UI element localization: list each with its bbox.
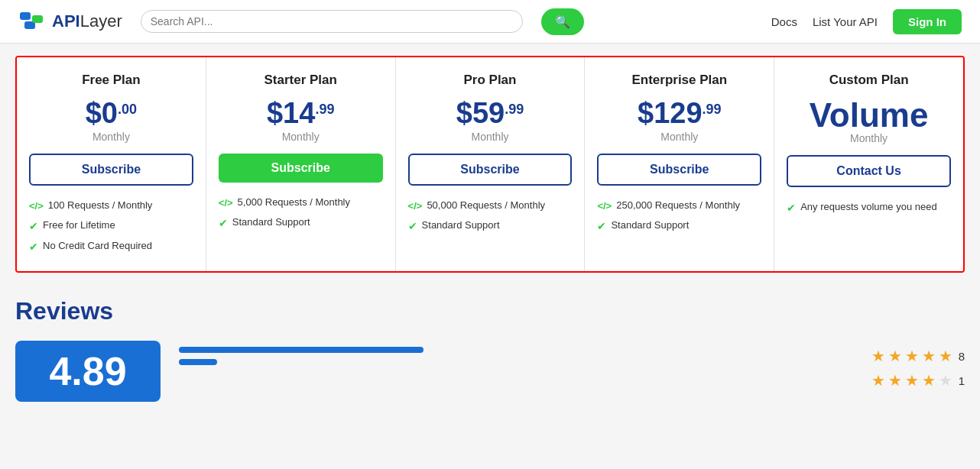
star-filled: ★ bbox=[905, 347, 919, 365]
plan-features-3: </>250,000 Requests / Monthly✔Standard S… bbox=[597, 199, 761, 232]
plan-name-0: Free Plan bbox=[82, 73, 141, 88]
plan-features-0: </>100 Requests / Monthly✔Free for Lifet… bbox=[29, 199, 193, 253]
plan-name-1: Starter Plan bbox=[264, 73, 336, 88]
bar-full-1 bbox=[179, 347, 423, 353]
header: APILayer 🔍 Docs List Your API Sign In bbox=[0, 0, 980, 44]
logo-text: APILayer bbox=[52, 11, 122, 31]
price-whole-3: $129 bbox=[638, 99, 703, 128]
search-bar bbox=[141, 10, 523, 33]
feature-text-3-0: 250,000 Requests / Monthly bbox=[616, 199, 740, 211]
plan-name-3: Enterprise Plan bbox=[631, 73, 727, 88]
logo-icon bbox=[18, 8, 46, 35]
feature-text-0-2: No Credit Card Required bbox=[43, 240, 152, 251]
feature-item-1-0: </>5,000 Requests / Monthly bbox=[219, 196, 383, 209]
feature-item-0-1: ✔Free for Lifetime bbox=[29, 219, 193, 232]
subscribe-button-4[interactable]: Contact Us bbox=[787, 155, 951, 187]
reviews-stars: ★★★★★8★★★★★1 bbox=[871, 341, 965, 390]
pricing-section: Free Plan$0.00MonthlySubscribe</>100 Req… bbox=[0, 44, 980, 273]
bar-row-2 bbox=[179, 359, 853, 365]
price-whole-1: $14 bbox=[267, 99, 315, 128]
check-icon: ✔ bbox=[787, 202, 796, 214]
logo[interactable]: APILayer bbox=[18, 8, 122, 35]
subscribe-button-1[interactable]: Subscribe bbox=[219, 154, 383, 183]
search-button[interactable]: 🔍 bbox=[541, 8, 584, 35]
plan-name-4: Custom Plan bbox=[829, 73, 909, 88]
plan-period-0: Monthly bbox=[92, 131, 130, 143]
plan-features-2: </>50,000 Requests / Monthly✔Standard Su… bbox=[408, 199, 573, 232]
check-icon: ✔ bbox=[29, 220, 38, 232]
nav-links: Docs List Your API Sign In bbox=[771, 9, 962, 34]
price-whole-2: $59 bbox=[456, 99, 505, 128]
reviews-content: 4.89 ★★★★★8★★★★★1 bbox=[15, 341, 965, 402]
feature-text-0-1: Free for Lifetime bbox=[43, 219, 115, 231]
plan-period-3: Monthly bbox=[660, 131, 698, 143]
code-icon: </> bbox=[408, 200, 423, 212]
plan-price-3: $129.99 bbox=[638, 99, 722, 128]
plan-price-2: $59.99 bbox=[456, 99, 524, 128]
plan-card-4: Custom PlanVolumeMonthlyContact Us✔Any r… bbox=[774, 57, 963, 271]
star-filled: ★ bbox=[871, 347, 885, 365]
plan-period-2: Monthly bbox=[471, 131, 508, 143]
feature-item-4-0: ✔Any requests volume you need bbox=[787, 201, 951, 214]
feature-text-1-1: Standard Support bbox=[232, 216, 310, 228]
feature-text-2-1: Standard Support bbox=[422, 219, 500, 231]
plan-price-0: $0.00 bbox=[86, 99, 137, 128]
subscribe-button-2[interactable]: Subscribe bbox=[408, 154, 573, 186]
plan-name-2: Pro Plan bbox=[464, 73, 517, 88]
plan-card-1: Starter Plan$14.99MonthlySubscribe</>5,0… bbox=[206, 57, 396, 271]
reviews-section: Reviews 4.89 ★★★★★8★★★★★1 bbox=[0, 273, 980, 402]
star-row-0: ★★★★★8 bbox=[871, 347, 965, 365]
feature-item-2-0: </>50,000 Requests / Monthly bbox=[408, 199, 573, 212]
price-cents-2: .99 bbox=[505, 102, 524, 118]
code-icon: </> bbox=[597, 200, 612, 212]
feature-text-2-0: 50,000 Requests / Monthly bbox=[427, 199, 545, 211]
plan-price-1: $14.99 bbox=[267, 99, 334, 128]
reviews-score: 4.89 bbox=[49, 348, 126, 394]
docs-link[interactable]: Docs bbox=[771, 15, 797, 28]
plan-card-0: Free Plan$0.00MonthlySubscribe</>100 Req… bbox=[17, 57, 206, 271]
feature-text-3-1: Standard Support bbox=[611, 219, 689, 231]
code-icon: </> bbox=[29, 200, 44, 212]
star-filled: ★ bbox=[939, 347, 952, 365]
plan-period-4: Monthly bbox=[850, 132, 888, 144]
plan-features-1: </>5,000 Requests / Monthly✔Standard Sup… bbox=[219, 196, 383, 229]
feature-item-3-0: </>250,000 Requests / Monthly bbox=[597, 199, 761, 212]
star-filled: ★ bbox=[922, 371, 936, 390]
star-empty: ★ bbox=[939, 371, 952, 390]
bar-partial-2 bbox=[179, 359, 217, 365]
svg-rect-0 bbox=[20, 12, 31, 20]
bar-row-1 bbox=[179, 347, 853, 353]
feature-item-1-1: ✔Standard Support bbox=[219, 216, 383, 229]
sign-in-button[interactable]: Sign In bbox=[893, 9, 962, 34]
feature-text-0-0: 100 Requests / Monthly bbox=[48, 199, 153, 211]
star-filled: ★ bbox=[888, 371, 902, 390]
feature-item-2-1: ✔Standard Support bbox=[408, 219, 573, 232]
pricing-cards: Free Plan$0.00MonthlySubscribe</>100 Req… bbox=[15, 56, 965, 273]
list-api-link[interactable]: List Your API bbox=[813, 15, 878, 28]
check-icon: ✔ bbox=[408, 220, 417, 232]
feature-item-0-0: </>100 Requests / Monthly bbox=[29, 199, 193, 212]
plan-period-1: Monthly bbox=[282, 131, 320, 143]
subscribe-button-3[interactable]: Subscribe bbox=[597, 154, 761, 186]
plan-features-4: ✔Any requests volume you need bbox=[787, 201, 951, 214]
reviews-bars bbox=[179, 341, 853, 365]
star-filled: ★ bbox=[905, 371, 919, 390]
price-cents-1: .99 bbox=[315, 102, 334, 118]
price-cents-0: .00 bbox=[118, 102, 137, 118]
search-input[interactable] bbox=[151, 15, 513, 27]
feature-text-1-0: 5,000 Requests / Monthly bbox=[238, 196, 350, 208]
review-count-1: 1 bbox=[959, 374, 965, 387]
code-icon: </> bbox=[219, 197, 233, 209]
check-icon: ✔ bbox=[597, 220, 606, 232]
star-filled: ★ bbox=[922, 347, 936, 365]
reviews-title: Reviews bbox=[15, 297, 965, 325]
plan-card-3: Enterprise Plan$129.99MonthlySubscribe</… bbox=[585, 57, 774, 271]
price-whole-0: $0 bbox=[86, 99, 118, 128]
plan-card-2: Pro Plan$59.99MonthlySubscribe</>50,000 … bbox=[396, 57, 586, 271]
plan-price-4: Volume bbox=[810, 99, 929, 132]
reviews-score-box: 4.89 bbox=[15, 341, 161, 402]
star-row-1: ★★★★★1 bbox=[871, 371, 965, 390]
star-filled: ★ bbox=[888, 347, 902, 365]
check-icon: ✔ bbox=[219, 217, 228, 229]
subscribe-button-0[interactable]: Subscribe bbox=[29, 154, 193, 186]
